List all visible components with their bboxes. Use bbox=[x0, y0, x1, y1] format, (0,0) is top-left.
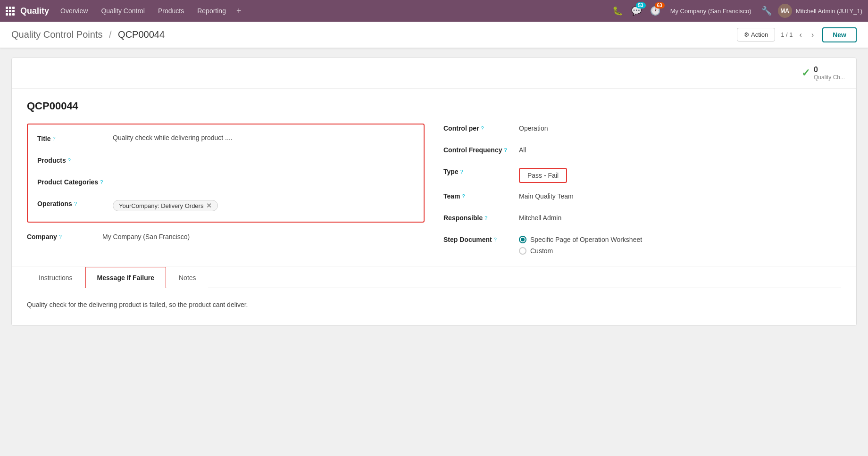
stat-info: 0 Quality Ch... bbox=[814, 66, 845, 81]
control-per-label: Control per ? bbox=[443, 124, 519, 132]
qc-label: Quality Ch... bbox=[814, 74, 845, 81]
team-help[interactable]: ? bbox=[462, 193, 465, 199]
responsible-label: Responsible ? bbox=[443, 213, 519, 222]
radio-specific-page-label: Specific Page of Operation Worksheet bbox=[530, 236, 642, 243]
radio-custom-label: Custom bbox=[530, 247, 553, 255]
form-left-bordered: Title ? Quality check while delivering p… bbox=[27, 124, 425, 223]
breadcrumb-separator: / bbox=[109, 29, 112, 40]
header-actions: ⚙ Action 1 / 1 ‹ › New bbox=[737, 27, 857, 42]
grid-menu-icon[interactable] bbox=[6, 7, 15, 16]
team-value[interactable]: Main Quality Team bbox=[519, 191, 841, 200]
operations-tag[interactable]: YourCompany: Delivery Orders ✕ bbox=[113, 200, 218, 211]
content-card: ✓ 0 Quality Ch... QCP00044 Title bbox=[11, 58, 857, 326]
tab-content: Quality check for the delivering product… bbox=[27, 288, 841, 325]
chat-icon[interactable]: 💬 53 bbox=[629, 3, 644, 18]
responsible-value[interactable]: Mitchell Admin bbox=[519, 213, 841, 222]
user-name[interactable]: Mitchell Admin (JULY_1) bbox=[796, 8, 862, 15]
control-per-help[interactable]: ? bbox=[481, 125, 484, 131]
control-per-value[interactable]: Operation bbox=[519, 124, 841, 132]
main-content: ✓ 0 Quality Ch... QCP00044 Title bbox=[0, 48, 868, 456]
action-button[interactable]: ⚙ Action bbox=[737, 28, 775, 41]
breadcrumb: Quality Control Points / QCP00044 bbox=[11, 29, 737, 40]
qc-stats-row: ✓ 0 Quality Ch... bbox=[12, 58, 856, 89]
title-label: Title ? bbox=[37, 134, 113, 142]
top-navigation: Quality Overview Quality Control Product… bbox=[0, 0, 868, 22]
new-button[interactable]: New bbox=[822, 27, 857, 42]
radio-custom-dot[interactable] bbox=[519, 247, 526, 255]
field-operations-row: Operations ? YourCompany: Delivery Order… bbox=[37, 199, 414, 212]
quality-checks-stat[interactable]: ✓ 0 Quality Ch... bbox=[801, 66, 845, 81]
tab-message-if-failure[interactable]: Message If Failure bbox=[85, 267, 166, 288]
field-products-row: Products ? bbox=[37, 156, 414, 169]
operations-value: YourCompany: Delivery Orders ✕ bbox=[113, 199, 414, 211]
qc-count: 0 bbox=[814, 66, 845, 74]
field-product-categories-row: Product Categories ? bbox=[37, 177, 414, 191]
radio-specific-page-dot[interactable] bbox=[519, 236, 526, 243]
type-label: Type ? bbox=[443, 167, 519, 175]
field-control-per-row: Control per ? Operation bbox=[443, 124, 841, 137]
step-document-options: Specific Page of Operation Worksheet Cus… bbox=[519, 235, 841, 255]
responsible-help[interactable]: ? bbox=[484, 215, 487, 221]
operations-label: Operations ? bbox=[37, 199, 113, 207]
nav-products[interactable]: Products bbox=[152, 0, 190, 22]
nav-overview[interactable]: Overview bbox=[55, 0, 93, 22]
pager-next[interactable]: › bbox=[809, 30, 817, 40]
breadcrumb-parent[interactable]: Quality Control Points bbox=[11, 29, 102, 40]
radio-group-step-document: Specific Page of Operation Worksheet Cus… bbox=[519, 236, 841, 255]
app-name: Quality bbox=[20, 6, 49, 16]
form-right: Control per ? Operation Control Frequenc… bbox=[443, 124, 841, 255]
title-help[interactable]: ? bbox=[53, 136, 56, 141]
breadcrumb-current: QCP00044 bbox=[118, 29, 165, 40]
operations-help[interactable]: ? bbox=[74, 201, 77, 207]
avatar[interactable]: MA bbox=[778, 4, 792, 18]
company-label: Company ? bbox=[27, 232, 102, 240]
company-help[interactable]: ? bbox=[59, 234, 62, 240]
pager-text: 1 / 1 bbox=[781, 31, 793, 38]
field-responsible-row: Responsible ? Mitchell Admin bbox=[443, 213, 841, 226]
operations-tag-label: YourCompany: Delivery Orders bbox=[119, 202, 203, 209]
control-frequency-help[interactable]: ? bbox=[504, 147, 507, 153]
pager: 1 / 1 ‹ › bbox=[781, 30, 817, 40]
record-id: QCP00044 bbox=[27, 100, 841, 112]
team-label: Team ? bbox=[443, 191, 519, 200]
form-left: Title ? Quality check while delivering p… bbox=[27, 124, 425, 255]
operations-tag-remove[interactable]: ✕ bbox=[206, 202, 212, 209]
control-frequency-label: Control Frequency ? bbox=[443, 145, 519, 154]
debug-icon[interactable]: 🐛 bbox=[610, 3, 625, 18]
nav-quality-control[interactable]: Quality Control bbox=[95, 0, 150, 22]
radio-custom[interactable]: Custom bbox=[519, 247, 841, 255]
step-document-label: Step Document ? bbox=[443, 235, 519, 243]
company-value[interactable]: My Company (San Francisco) bbox=[102, 232, 425, 240]
activity-icon[interactable]: 🕐 63 bbox=[648, 3, 663, 18]
title-value[interactable]: Quality check while delivering product .… bbox=[113, 134, 414, 141]
chat-badge: 53 bbox=[636, 2, 646, 8]
products-help[interactable]: ? bbox=[68, 158, 71, 163]
step-document-help[interactable]: ? bbox=[494, 237, 497, 242]
form-body: QCP00044 Title ? Quality check while del… bbox=[12, 89, 856, 266]
field-control-frequency-row: Control Frequency ? All bbox=[443, 145, 841, 158]
tab-notes[interactable]: Notes bbox=[167, 267, 208, 288]
type-value-wrapper: Pass - Fail bbox=[519, 167, 841, 183]
type-value: Pass - Fail bbox=[527, 172, 559, 179]
page-header: Quality Control Points / QCP00044 ⚙ Acti… bbox=[0, 22, 868, 48]
radio-specific-page[interactable]: Specific Page of Operation Worksheet bbox=[519, 236, 841, 243]
tabs-header: Instructions Message If Failure Notes bbox=[27, 266, 841, 288]
nav-reporting[interactable]: Reporting bbox=[192, 0, 232, 22]
app-brand[interactable]: Quality bbox=[6, 6, 49, 16]
products-label: Products ? bbox=[37, 156, 113, 164]
check-icon: ✓ bbox=[801, 67, 810, 79]
add-menu-icon[interactable]: + bbox=[234, 6, 244, 16]
products-value[interactable] bbox=[113, 156, 414, 157]
control-frequency-value[interactable]: All bbox=[519, 145, 841, 154]
type-bordered-value[interactable]: Pass - Fail bbox=[519, 168, 567, 183]
pager-prev[interactable]: ‹ bbox=[797, 30, 805, 40]
company-switcher[interactable]: My Company (San Francisco) bbox=[667, 8, 755, 15]
settings-icon[interactable]: 🔧 bbox=[759, 3, 774, 18]
type-help[interactable]: ? bbox=[460, 169, 463, 174]
tabs-section: Instructions Message If Failure Notes Qu… bbox=[12, 266, 856, 325]
field-company-row: Company ? My Company (San Francisco) bbox=[27, 232, 425, 245]
tab-content-text: Quality check for the delivering product… bbox=[27, 299, 841, 310]
product-categories-value[interactable] bbox=[113, 177, 414, 178]
product-categories-help[interactable]: ? bbox=[100, 179, 103, 185]
tab-instructions[interactable]: Instructions bbox=[27, 267, 84, 288]
